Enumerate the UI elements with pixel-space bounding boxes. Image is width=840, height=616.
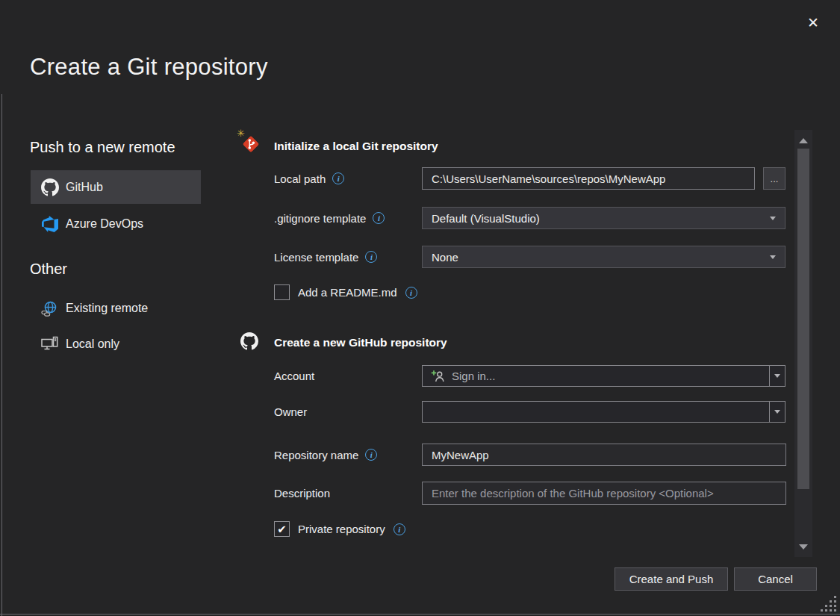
gitignore-selected-value: Default (VisualStudio)	[432, 212, 770, 225]
sidebar-item-label: GitHub	[66, 181, 103, 194]
push-remote-heading: Push to a new remote	[30, 139, 175, 156]
sidebar-item-local-only[interactable]: Local only	[31, 332, 201, 357]
github-icon	[240, 332, 258, 350]
private-repo-checkbox-row: ✔ Private repository	[274, 521, 405, 537]
triangle-up-icon	[799, 138, 808, 143]
scrollbar[interactable]	[794, 130, 812, 557]
github-icon	[41, 178, 59, 196]
checkmark-icon: ✔	[277, 523, 287, 535]
readme-label: Add a README.md	[298, 286, 397, 299]
sidebar-item-azure-devops[interactable]: Azure DevOps	[31, 211, 201, 237]
account-dropdown-button[interactable]	[769, 366, 785, 386]
create-and-push-button[interactable]: Create and Push	[615, 567, 728, 591]
sidebar-item-github[interactable]: GitHub	[31, 170, 201, 204]
owner-combobox[interactable]	[422, 401, 785, 423]
git-branch-glyph	[244, 137, 258, 151]
gitignore-template-dropdown[interactable]: Default (VisualStudio)	[422, 207, 785, 229]
sidebar-item-label: Existing remote	[66, 302, 148, 315]
info-icon[interactable]	[365, 449, 377, 461]
github-section-heading: Create a new GitHub repository	[274, 336, 447, 349]
owner-label: Owner	[274, 401, 307, 423]
scroll-up-button[interactable]	[794, 134, 812, 146]
cancel-button[interactable]: Cancel	[734, 567, 817, 591]
license-template-label: License template	[274, 246, 377, 268]
close-button[interactable]: ✕	[802, 11, 824, 34]
license-selected-value: None	[432, 251, 770, 264]
new-git-repo-icon: ✳	[239, 132, 260, 153]
readme-checkbox[interactable]: ✔	[274, 284, 290, 300]
private-repo-label: Private repository	[298, 523, 385, 535]
other-heading: Other	[30, 261, 67, 278]
create-git-repo-dialog: ✕ Create a Git repository Push to a new …	[0, 0, 840, 616]
globe-remote-icon	[41, 299, 59, 317]
description-input[interactable]	[422, 482, 786, 505]
chevron-down-icon	[774, 410, 780, 414]
monitor-icon	[41, 335, 59, 353]
info-icon[interactable]	[365, 251, 377, 263]
info-icon[interactable]	[332, 172, 344, 184]
dialog-border-left	[1, 94, 2, 616]
account-combobox[interactable]: Sign in...	[422, 365, 785, 387]
browse-button[interactable]: ...	[763, 167, 785, 190]
resize-grip[interactable]	[820, 595, 838, 613]
scrollbar-thumb[interactable]	[797, 149, 809, 489]
scroll-down-button[interactable]	[794, 541, 812, 553]
chevron-down-icon	[774, 374, 780, 378]
account-value: Sign in...	[452, 370, 769, 382]
dialog-border-bottom	[0, 614, 840, 615]
readme-checkbox-row: ✔ Add a README.md	[274, 284, 417, 300]
gitignore-template-label: .gitignore template	[274, 207, 385, 229]
owner-dropdown-button[interactable]	[769, 402, 785, 422]
local-path-label: Local path	[274, 167, 344, 190]
sidebar-item-existing-remote[interactable]: Existing remote	[31, 296, 201, 321]
init-section-heading: Initialize a local Git repository	[274, 140, 438, 153]
private-repo-checkbox[interactable]: ✔	[274, 521, 290, 537]
triangle-down-icon	[799, 544, 808, 550]
account-label: Account	[274, 365, 314, 387]
repository-name-label: Repository name	[274, 444, 377, 466]
repository-name-input[interactable]	[422, 444, 786, 466]
info-icon[interactable]	[405, 287, 417, 299]
azure-devops-icon	[41, 215, 59, 233]
info-icon[interactable]	[373, 212, 385, 224]
page-title: Create a Git repository	[30, 54, 268, 81]
close-icon: ✕	[807, 14, 819, 31]
info-icon[interactable]	[393, 523, 405, 535]
license-template-dropdown[interactable]: None	[422, 246, 785, 268]
sidebar-item-label: Local only	[66, 337, 119, 351]
local-path-input[interactable]	[422, 167, 755, 190]
chevron-down-icon	[770, 217, 776, 220]
chevron-down-icon	[770, 255, 776, 259]
description-label: Description	[274, 482, 330, 505]
add-user-icon	[430, 370, 446, 382]
sidebar-item-label: Azure DevOps	[66, 217, 143, 231]
